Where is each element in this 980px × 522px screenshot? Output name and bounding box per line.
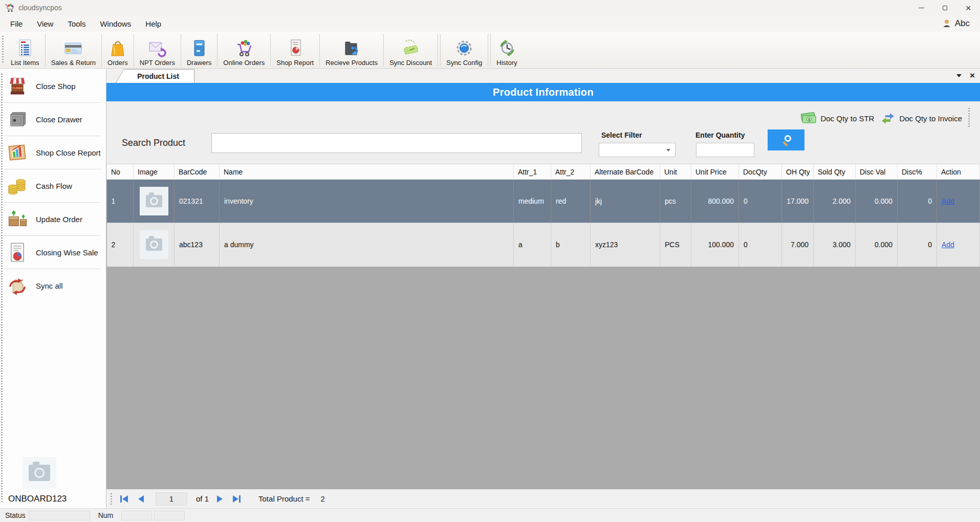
doc-qty-to-invoice-link[interactable]: Doc Qty to Invoice	[880, 111, 962, 125]
sidebar-item-label: Cash Flow	[36, 182, 72, 190]
menu-help[interactable]: Help	[138, 17, 168, 31]
pagination-grip[interactable]	[111, 493, 112, 505]
sidebar-item-close-shop[interactable]: CLOSED Close Shop	[0, 71, 106, 101]
shop-code-label: ONBOARD123	[8, 494, 106, 504]
toolbar-sync-discount[interactable]: Sync Discount	[384, 32, 438, 68]
camera-icon	[146, 238, 162, 251]
toolbar-online-orders[interactable]: Online Orders	[217, 32, 270, 68]
person-icon	[942, 19, 951, 28]
col-ohqty[interactable]: OH Qty	[782, 164, 814, 180]
quick-links-grip[interactable]	[968, 108, 970, 128]
toolbar-label: Sync Config	[446, 59, 482, 67]
status-panel	[121, 511, 152, 520]
first-page-button[interactable]	[118, 493, 130, 505]
col-attr2[interactable]: Attr_2	[551, 164, 591, 180]
money-icon: $	[800, 112, 817, 125]
col-no[interactable]: No	[107, 164, 134, 180]
sidebar-item-sync-all[interactable]: Sync all	[0, 270, 106, 301]
toolbar-label: History	[496, 59, 517, 67]
menu-windows[interactable]: Windows	[93, 17, 138, 31]
update-order-icon	[6, 208, 29, 230]
sidebar-item-label: Shop Close Report	[36, 148, 101, 157]
search-button[interactable]	[768, 129, 804, 150]
toolbar-shop-report[interactable]: Shop Report	[271, 32, 319, 68]
menu-view[interactable]: View	[30, 17, 60, 31]
add-link[interactable]: Add	[942, 197, 954, 205]
cell-discpct: 0	[898, 223, 937, 267]
filter-select[interactable]	[599, 143, 676, 157]
minimize-icon	[919, 8, 924, 8]
col-unit[interactable]: Unit	[660, 164, 691, 180]
toolbar-orders[interactable]: Orders	[102, 32, 134, 68]
restore-button[interactable]	[933, 0, 956, 15]
sidebar-item-update-order[interactable]: Update Order	[0, 204, 106, 234]
sidebar-grip[interactable]	[1, 74, 3, 503]
col-docqty[interactable]: DocQty	[739, 164, 782, 180]
minimize-button[interactable]	[909, 0, 933, 15]
doc-qty-to-str-label: Doc Qty to STR	[820, 114, 874, 123]
table-row[interactable]: 2 abc123 a dummy a b xyz123 PCS 100.000 …	[107, 223, 980, 267]
doc-qty-to-str-link[interactable]: $ Doc Qty to STR	[800, 112, 874, 125]
sales-return-icon	[63, 38, 83, 58]
col-discpct[interactable]: Disc%	[898, 164, 937, 180]
cell-docqty: 0	[739, 223, 782, 267]
toolbar-npt-orders[interactable]: NPT Orders	[134, 32, 181, 68]
col-action[interactable]: Action	[937, 164, 980, 180]
previous-page-button[interactable]	[135, 493, 147, 505]
cell-attr2: b	[551, 223, 591, 267]
sidebar-divider	[4, 202, 101, 203]
sidebar-item-close-drawer[interactable]: Close Drawer	[0, 104, 106, 135]
table-row[interactable]: 1 021321 inventory medium red jkj pcs 80…	[107, 180, 980, 223]
col-name[interactable]: Name	[220, 164, 514, 180]
camera-icon	[29, 465, 50, 481]
cell-ohqty: 17.000	[782, 180, 814, 223]
total-product-label: Total Product =	[258, 494, 310, 503]
search-product-input[interactable]	[211, 133, 582, 153]
sidebar-item-label: Close Shop	[36, 82, 76, 91]
col-barcode[interactable]: BarCode	[175, 164, 220, 180]
window-title: cloudsyncpos	[18, 4, 62, 12]
cell-alt-barcode: xyz123	[591, 223, 660, 267]
add-link[interactable]: Add	[942, 241, 954, 249]
col-image[interactable]: Image	[134, 164, 175, 180]
close-shop-icon: CLOSED	[6, 75, 29, 97]
sidebar-item-shop-close-report[interactable]: Shop Close Report	[0, 137, 106, 168]
toolbar-drawers[interactable]: Drawers	[181, 32, 217, 68]
toolbar-receive-products[interactable]: Recieve Products	[320, 32, 383, 68]
col-discval[interactable]: Disc Val	[856, 164, 898, 180]
col-soldqty[interactable]: Sold Qty	[814, 164, 856, 180]
sidebar-item-cash-flow[interactable]: Cash Flow	[0, 170, 106, 201]
toolbar-sync-config[interactable]: Sync Config	[441, 32, 488, 68]
cell-unit: pcs	[660, 180, 691, 223]
toolbar-history[interactable]: History	[491, 32, 522, 68]
toolbar-label: List Items	[11, 59, 39, 67]
toolbar-grip[interactable]	[2, 36, 4, 64]
menu-tools[interactable]: Tools	[60, 17, 93, 31]
last-page-button[interactable]	[230, 493, 243, 505]
user-menu[interactable]: Abc	[942, 18, 970, 29]
table-header-row: No Image BarCode Name Attr_1 Attr_2 Alte…	[107, 164, 980, 180]
toolbar-label: Shop Report	[276, 59, 314, 67]
toolbar-sales-return[interactable]: Sales & Return	[46, 32, 101, 68]
closing-wise-sale-icon	[6, 241, 29, 264]
toolbar-list-items[interactable]: List Items	[5, 32, 45, 68]
sidebar-divider	[4, 169, 101, 169]
close-button[interactable]: ×	[956, 0, 980, 15]
quantity-input[interactable]	[696, 143, 754, 157]
page-number-box[interactable]: 1	[156, 492, 187, 506]
next-page-button[interactable]	[213, 493, 226, 505]
tab-close-icon[interactable]: ×	[970, 71, 975, 80]
menu-file[interactable]: File	[3, 17, 30, 31]
tab-product-list[interactable]: Product List	[116, 70, 194, 83]
tab-list-dropdown-icon[interactable]	[956, 74, 962, 77]
col-unit-price[interactable]: Unit Price	[691, 164, 739, 180]
cell-unit-price: 100.000	[691, 223, 739, 267]
cell-action: Add	[937, 223, 980, 267]
col-alt-barcode[interactable]: Alternate BarCode	[591, 164, 660, 180]
sidebar-item-closing-wise-sale[interactable]: Closing Wise Sale	[0, 237, 106, 268]
cell-barcode: abc123	[175, 223, 220, 267]
camera-icon	[146, 195, 162, 207]
col-attr1[interactable]: Attr_1	[514, 164, 551, 180]
sidebar-item-label: Sync all	[36, 281, 63, 290]
cell-image	[134, 223, 175, 267]
